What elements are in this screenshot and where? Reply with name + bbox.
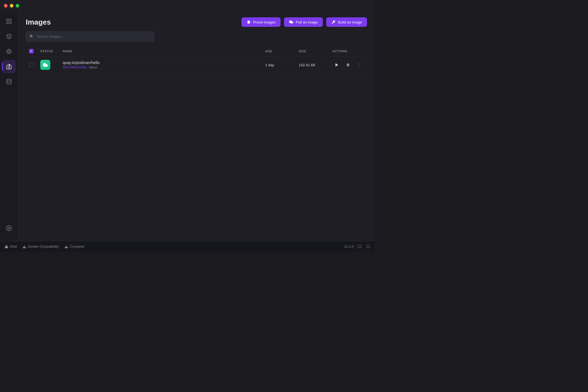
row-checkbox[interactable] bbox=[29, 63, 34, 67]
cloud-icon bbox=[43, 62, 48, 68]
sidebar bbox=[0, 11, 18, 241]
titlebar bbox=[0, 0, 375, 11]
page-header: Images Prune images Pull an image bbox=[18, 11, 375, 31]
download-cloud-icon bbox=[289, 20, 293, 24]
svg-point-16 bbox=[359, 65, 359, 65]
play-icon bbox=[335, 63, 339, 67]
statusbar-compose[interactable]: Compose bbox=[64, 245, 84, 249]
docker-compat-label: Docker Compatibility bbox=[28, 245, 59, 249]
warning-icon bbox=[4, 245, 8, 249]
minimize-button[interactable] bbox=[10, 4, 13, 8]
app-body: Images Prune images Pull an image bbox=[0, 11, 375, 241]
row-status-cell bbox=[37, 56, 59, 74]
bell-icon[interactable] bbox=[366, 244, 370, 249]
compose-icon bbox=[64, 245, 68, 249]
hammer-icon bbox=[331, 20, 336, 24]
svg-rect-1 bbox=[9, 19, 11, 21]
close-button[interactable] bbox=[4, 4, 8, 8]
run-image-button[interactable] bbox=[332, 60, 341, 69]
row-size-cell: 142.41 kB bbox=[295, 56, 329, 74]
svg-rect-0 bbox=[6, 19, 8, 21]
th-actions: ACTIONS bbox=[329, 46, 367, 56]
image-age: 1 day bbox=[265, 63, 274, 67]
sidebar-item-pods[interactable] bbox=[2, 30, 16, 43]
row-actions-cell bbox=[329, 56, 367, 74]
more-options-button[interactable] bbox=[355, 60, 364, 69]
search-wrapper bbox=[26, 31, 154, 42]
statusbar-kind[interactable]: Kind bbox=[4, 245, 17, 249]
statusbar: Kind Docker Compatibility Compose v1.1.0 bbox=[0, 241, 375, 252]
image-status-icon bbox=[40, 60, 50, 70]
th-name: NAME bbox=[59, 46, 262, 56]
table-row: quay.io/podman/hello 8097086b588e latest… bbox=[26, 56, 367, 74]
svg-point-15 bbox=[359, 63, 359, 64]
search-input[interactable] bbox=[26, 31, 154, 42]
sidebar-item-images[interactable] bbox=[2, 60, 16, 73]
sidebar-item-volumes[interactable] bbox=[2, 75, 16, 88]
sidebar-item-compose[interactable] bbox=[2, 45, 16, 58]
sidebar-item-settings[interactable] bbox=[2, 221, 16, 235]
svg-marker-14 bbox=[335, 63, 338, 67]
search-bar bbox=[18, 31, 375, 46]
compose-label: Compose bbox=[70, 245, 84, 249]
svg-point-12 bbox=[30, 34, 33, 37]
sidebar-item-containers[interactable] bbox=[2, 15, 16, 28]
th-status: STATUS bbox=[37, 46, 59, 56]
page-title: Images bbox=[26, 18, 51, 27]
image-id: 8097086b588e bbox=[63, 65, 87, 69]
chat-icon[interactable] bbox=[357, 244, 362, 249]
trash-icon bbox=[346, 63, 350, 67]
header-actions: Prune images Pull an image Build an imag… bbox=[241, 17, 367, 27]
image-name: quay.io/podman/hello bbox=[63, 60, 100, 65]
table-header-row: STATUS NAME AGE SIZE ACTIONS bbox=[26, 46, 367, 56]
svg-point-10 bbox=[6, 79, 11, 81]
delete-image-button[interactable] bbox=[344, 60, 352, 69]
svg-point-11 bbox=[8, 227, 10, 229]
image-tag: latest bbox=[89, 65, 97, 69]
svg-point-17 bbox=[359, 66, 359, 67]
row-age-cell: 1 day bbox=[262, 56, 295, 74]
row-checkbox-cell[interactable] bbox=[26, 56, 37, 74]
statusbar-left: Kind Docker Compatibility Compose bbox=[4, 245, 84, 249]
svg-line-13 bbox=[32, 37, 33, 38]
row-name-cell: quay.io/podman/hello 8097086b588e latest bbox=[59, 56, 262, 74]
th-size: SIZE bbox=[295, 46, 329, 56]
svg-point-4 bbox=[8, 50, 10, 52]
th-age: AGE bbox=[262, 46, 295, 56]
search-icon bbox=[29, 34, 34, 39]
images-table: STATUS NAME AGE SIZE ACTIONS bbox=[26, 46, 367, 74]
trash-icon bbox=[246, 20, 251, 24]
version-label: v1.1.0 bbox=[344, 245, 354, 249]
select-all-checkbox[interactable] bbox=[29, 49, 34, 53]
statusbar-right: v1.1.0 bbox=[344, 244, 370, 249]
prune-images-button[interactable]: Prune images bbox=[241, 17, 281, 27]
maximize-button[interactable] bbox=[16, 4, 19, 8]
build-image-button[interactable]: Build an image bbox=[326, 17, 367, 27]
main-content: Images Prune images Pull an image bbox=[18, 11, 375, 241]
svg-rect-2 bbox=[6, 22, 8, 23]
th-select-all[interactable] bbox=[26, 46, 37, 56]
pull-image-button[interactable]: Pull an image bbox=[284, 17, 323, 27]
kind-label: Kind bbox=[10, 245, 17, 249]
ellipsis-icon bbox=[357, 63, 361, 67]
download-icon bbox=[22, 245, 26, 249]
image-size: 142.41 kB bbox=[299, 63, 315, 67]
statusbar-docker-compat[interactable]: Docker Compatibility bbox=[22, 245, 59, 249]
svg-rect-3 bbox=[9, 22, 11, 23]
images-table-container: STATUS NAME AGE SIZE ACTIONS bbox=[18, 46, 375, 241]
